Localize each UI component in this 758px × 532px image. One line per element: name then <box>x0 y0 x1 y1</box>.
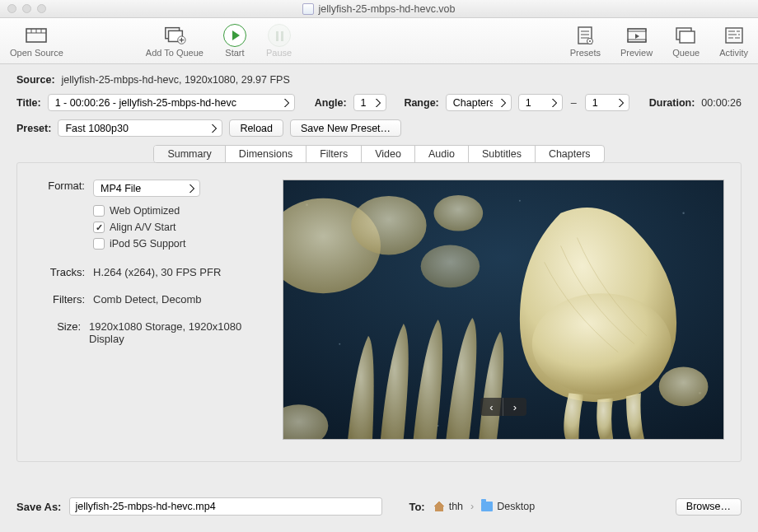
svg-point-42 <box>421 245 480 288</box>
preview-navigation: ‹ › <box>480 398 526 416</box>
queue-icon <box>675 25 698 46</box>
toolbar: Open Source Add To Queue Start Pause Pre… <box>0 18 758 64</box>
format-select[interactable]: MP4 File <box>93 180 200 197</box>
video-preview: ‹ › <box>283 180 724 440</box>
svg-rect-21 <box>680 31 695 43</box>
title-label: Title: <box>16 97 41 109</box>
to-label: To: <box>409 501 424 513</box>
duration-label: Duration: <box>649 97 695 109</box>
align-av-label: Align A/V Start <box>110 222 176 233</box>
angle-select[interactable]: 1 <box>353 94 386 111</box>
source-value: jellyfish-25-mbps-hd-hevc, 1920x1080, 29… <box>62 74 290 86</box>
tracks-value: H.264 (x264), 30 FPS PFR <box>93 266 221 278</box>
browse-button[interactable]: Browse… <box>676 498 742 516</box>
svg-point-35 <box>339 343 340 345</box>
tab-audio[interactable]: Audio <box>415 146 469 162</box>
format-label: Format: <box>34 180 85 254</box>
angle-label: Angle: <box>315 97 347 109</box>
preset-select[interactable]: Fast 1080p30 <box>58 119 222 137</box>
svg-point-32 <box>682 212 684 214</box>
svg-point-15 <box>589 40 591 42</box>
ipod-checkbox[interactable] <box>93 238 105 250</box>
folder-icon <box>481 502 493 511</box>
svg-point-33 <box>519 200 521 202</box>
tab-bar: Summary Dimensions Filters Video Audio S… <box>153 145 604 163</box>
title-select[interactable]: 1 - 00:00:26 - jellyfish-25-mbps-hd-hevc <box>48 94 295 111</box>
preview-prev-button[interactable]: ‹ <box>480 398 503 416</box>
tab-chapters[interactable]: Chapters <box>536 146 604 162</box>
destination-path[interactable]: thh › Desktop <box>433 501 535 512</box>
window-title: jellyfish-25-mbps-hd-hevc.vob <box>0 3 758 15</box>
preview-next-button[interactable]: › <box>503 398 526 416</box>
start-button[interactable]: Start <box>223 25 246 58</box>
svg-point-40 <box>351 196 426 255</box>
tracks-label: Tracks: <box>34 266 85 278</box>
activity-icon <box>723 25 746 46</box>
web-optimized-checkbox[interactable] <box>93 205 105 217</box>
play-icon <box>223 25 246 46</box>
save-new-preset-button[interactable]: Save New Preset… <box>290 119 401 137</box>
tab-video[interactable]: Video <box>362 146 415 162</box>
svg-point-41 <box>434 195 484 231</box>
tab-dimensions[interactable]: Dimensions <box>226 146 306 162</box>
queue-button[interactable]: Queue <box>672 25 700 58</box>
document-icon <box>302 3 314 15</box>
summary-panel: Format: MP4 File Web Optimized Align A/V… <box>16 162 742 462</box>
svg-rect-18 <box>628 40 646 42</box>
source-label: Source: <box>16 74 55 86</box>
queue-add-icon <box>163 25 186 46</box>
svg-marker-19 <box>635 34 639 39</box>
preset-label: Preset: <box>16 123 51 134</box>
duration-value: 00:00:26 <box>701 97 742 109</box>
film-icon <box>25 25 48 46</box>
titlebar: jellyfish-25-mbps-hd-hevc.vob <box>0 0 758 18</box>
preview-button[interactable]: Preview <box>620 25 653 58</box>
add-to-queue-button[interactable]: Add To Queue <box>146 25 204 58</box>
save-as-input[interactable] <box>69 497 382 516</box>
pause-icon <box>268 25 291 46</box>
svg-rect-17 <box>628 29 646 31</box>
size-value: 1920x1080 Storage, 1920x1080 Display <box>89 320 264 345</box>
align-av-checkbox[interactable] <box>93 222 105 233</box>
presets-button[interactable]: Presets <box>570 25 601 58</box>
ipod-label: iPod 5G Support <box>110 238 185 250</box>
filters-value: Comb Detect, Decomb <box>93 293 202 306</box>
reload-button[interactable]: Reload <box>229 119 283 137</box>
tab-summary[interactable]: Summary <box>154 146 225 162</box>
range-type-select[interactable]: Chapters <box>446 94 512 111</box>
save-as-label: Save As: <box>16 501 61 513</box>
svg-point-43 <box>532 293 671 394</box>
open-source-button[interactable]: Open Source <box>10 25 63 58</box>
home-icon <box>433 502 445 511</box>
pause-button[interactable]: Pause <box>266 25 292 58</box>
filters-label: Filters: <box>34 293 85 306</box>
range-from-select[interactable]: 1 <box>518 94 563 111</box>
range-to-select[interactable]: 1 <box>585 94 629 111</box>
presets-icon <box>573 25 597 46</box>
size-label: Size: <box>34 320 81 345</box>
web-optimized-label: Web Optimized <box>110 205 180 217</box>
range-label: Range: <box>404 97 438 109</box>
preview-icon <box>625 25 648 46</box>
tab-subtitles[interactable]: Subtitles <box>469 146 536 162</box>
activity-button[interactable]: Activity <box>719 25 748 58</box>
tab-filters[interactable]: Filters <box>306 146 362 162</box>
svg-point-44 <box>659 367 709 407</box>
svg-rect-22 <box>726 28 742 43</box>
